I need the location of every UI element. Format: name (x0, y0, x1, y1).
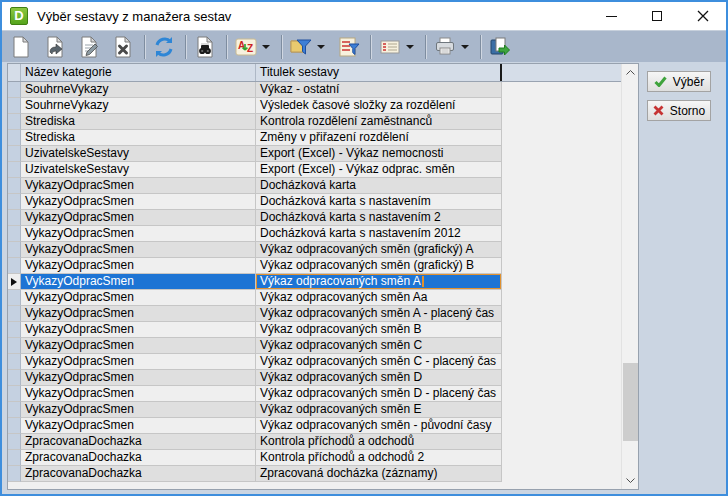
print-button[interactable] (432, 34, 458, 60)
columns-dropdown[interactable] (403, 34, 417, 60)
vertical-scrollbar[interactable] (621, 64, 638, 489)
title-cell[interactable]: Docházková karta s nastavením 2012 (256, 226, 502, 242)
category-cell[interactable]: VykazyOdpracSmen (21, 242, 256, 258)
table-row[interactable]: StrediskaZměny v přiřazení rozdělení (8, 130, 638, 146)
category-cell[interactable]: VykazyOdpracSmen (21, 370, 256, 386)
table-row[interactable]: StrediskaKontrola rozdělení zaměstnanců (8, 114, 638, 130)
category-cell[interactable]: VykazyOdpracSmen (21, 338, 256, 354)
table-row[interactable]: UzivatelskeSestavyExport (Excel) - Výkaz… (8, 162, 638, 178)
sort-az-dropdown[interactable] (259, 34, 273, 60)
delete-report-button[interactable] (110, 34, 136, 60)
title-cell[interactable]: Docházková karta s nastavením 2 (256, 210, 502, 226)
category-cell[interactable]: SouhrneVykazy (21, 98, 256, 114)
table-row[interactable]: ZpracovanaDochazkaKontrola příchodů a od… (8, 434, 638, 450)
title-cell[interactable]: Výkaz odpracovaných směn D (256, 370, 502, 386)
scroll-down-button[interactable] (622, 472, 638, 489)
table-row[interactable]: VykazyOdpracSmenDocházková karta s nasta… (8, 226, 638, 242)
edit-report-button[interactable] (76, 34, 102, 60)
category-cell[interactable]: VykazyOdpracSmen (21, 210, 256, 226)
category-cell[interactable]: UzivatelskeSestavy (21, 146, 256, 162)
title-cell[interactable]: Výkaz odpracovaných směn C (256, 338, 502, 354)
table-row[interactable]: ZpracovanaDochazkaKontrola příchodů a od… (8, 450, 638, 466)
filter-dropdown[interactable] (314, 34, 328, 60)
category-cell[interactable]: VykazyOdpracSmen (21, 274, 256, 290)
close-button[interactable] (680, 2, 726, 30)
table-row[interactable]: VykazyOdpracSmenVýkaz odpracovaných směn… (8, 274, 638, 290)
category-cell[interactable]: ZpracovanaDochazka (21, 466, 256, 482)
table-row[interactable]: VykazyOdpracSmenVýkaz odpracovaných směn… (8, 386, 638, 402)
title-cell[interactable]: Výkaz odpracovaných směn - původní časy (256, 418, 502, 434)
category-cell[interactable]: VykazyOdpracSmen (21, 258, 256, 274)
category-cell[interactable]: SouhrneVykazy (21, 82, 256, 98)
category-cell[interactable]: ZpracovanaDochazka (21, 450, 256, 466)
table-row[interactable]: ZpracovanaDochazkaZpracovaná docházka (z… (8, 466, 638, 482)
minimize-button[interactable] (588, 2, 634, 30)
table-row[interactable]: VykazyOdpracSmenDocházková karta s nasta… (8, 194, 638, 210)
title-cell[interactable]: Výkaz odpracovaných směn A (256, 274, 502, 290)
open-report-button[interactable] (42, 34, 68, 60)
title-cell[interactable]: Docházková karta (256, 178, 502, 194)
column-header-title[interactable]: Titulek sestavy (256, 64, 502, 81)
category-cell[interactable]: VykazyOdpracSmen (21, 290, 256, 306)
title-cell[interactable]: Výkaz odpracovaných směn (grafický) B (256, 258, 502, 274)
title-cell[interactable]: Výkaz odpracovaných směn E (256, 402, 502, 418)
table-row[interactable]: VykazyOdpracSmenDocházková karta (8, 178, 638, 194)
table-row[interactable]: VykazyOdpracSmenVýkaz odpracovaných směn… (8, 338, 638, 354)
title-cell[interactable]: Zpracovaná docházka (záznamy) (256, 466, 502, 482)
title-cell[interactable]: Výkaz odpracovaných směn B (256, 322, 502, 338)
sort-az-button[interactable]: A Z (233, 34, 259, 60)
print-dropdown[interactable] (458, 34, 472, 60)
title-cell[interactable]: Výkaz odpracovaných směn (grafický) A (256, 242, 502, 258)
title-cell[interactable]: Výkaz odpracovaných směn D - placený čas (256, 386, 502, 402)
scroll-thumb[interactable] (623, 363, 638, 441)
category-cell[interactable]: VykazyOdpracSmen (21, 386, 256, 402)
title-cell[interactable]: Kontrola rozdělení zaměstnanců (256, 114, 502, 130)
title-cell[interactable]: Výkaz odpracovaných směn Aa (256, 290, 502, 306)
title-cell[interactable]: Docházková karta s nastavením (256, 194, 502, 210)
table-row[interactable]: UzivatelskeSestavyExport (Excel) - Výkaz… (8, 146, 638, 162)
title-cell[interactable]: Výkaz - ostatní (256, 82, 502, 98)
title-cell[interactable]: Změny v přiřazení rozdělení (256, 130, 502, 146)
category-cell[interactable]: VykazyOdpracSmen (21, 178, 256, 194)
category-cell[interactable]: VykazyOdpracSmen (21, 194, 256, 210)
filter-button[interactable] (288, 34, 314, 60)
category-cell[interactable]: ZpracovanaDochazka (21, 434, 256, 450)
refresh-button[interactable] (151, 34, 177, 60)
title-cell[interactable]: Výkaz odpracovaných směn C - placený čas (256, 354, 502, 370)
table-row[interactable]: VykazyOdpracSmenVýkaz odpracovaných směn… (8, 306, 638, 322)
filter-builder-button[interactable] (336, 34, 362, 60)
category-cell[interactable]: VykazyOdpracSmen (21, 402, 256, 418)
table-row[interactable]: VykazyOdpracSmenVýkaz odpracovaných směn… (8, 290, 638, 306)
cancel-button[interactable]: Storno (647, 100, 711, 121)
table-row[interactable]: VykazyOdpracSmenVýkaz odpracovaných směn… (8, 402, 638, 418)
category-cell[interactable]: VykazyOdpracSmen (21, 418, 256, 434)
scroll-up-button[interactable] (622, 64, 638, 81)
table-row[interactable]: VykazyOdpracSmenDocházková karta s nasta… (8, 210, 638, 226)
maximize-button[interactable] (634, 2, 680, 30)
table-row[interactable]: VykazyOdpracSmenVýkaz odpracovaných směn… (8, 258, 638, 274)
title-cell[interactable]: Export (Excel) - Výkaz odprac. směn (256, 162, 502, 178)
table-row[interactable]: VykazyOdpracSmenVýkaz odpracovaných směn… (8, 322, 638, 338)
select-button[interactable]: Výběr (647, 71, 711, 92)
category-cell[interactable]: UzivatelskeSestavy (21, 162, 256, 178)
title-cell[interactable]: Export (Excel) - Výkaz nemocnosti (256, 146, 502, 162)
title-cell[interactable]: Kontrola příchodů a odchodů 2 (256, 450, 502, 466)
table-row[interactable]: SouhrneVykazyVýkaz - ostatní (8, 82, 638, 98)
table-row[interactable]: VykazyOdpracSmenVýkaz odpracovaných směn… (8, 370, 638, 386)
category-cell[interactable]: Strediska (21, 130, 256, 146)
table-row[interactable]: VykazyOdpracSmenVýkaz odpracovaných směn… (8, 418, 638, 434)
table-row[interactable]: VykazyOdpracSmenVýkaz odpracovaných směn… (8, 354, 638, 370)
table-row[interactable]: SouhrneVykazyVýsledek časové složky za r… (8, 98, 638, 114)
export-button[interactable] (487, 34, 513, 60)
title-cell[interactable]: Výkaz odpracovaných směn A - placený čas (256, 306, 502, 322)
column-header-category[interactable]: Název kategorie (21, 64, 256, 81)
category-cell[interactable]: VykazyOdpracSmen (21, 322, 256, 338)
title-cell[interactable]: Výsledek časové složky za rozdělení (256, 98, 502, 114)
title-cell[interactable]: Kontrola příchodů a odchodů (256, 434, 502, 450)
category-cell[interactable]: VykazyOdpracSmen (21, 306, 256, 322)
table-row[interactable]: VykazyOdpracSmenVýkaz odpracovaných směn… (8, 242, 638, 258)
columns-button[interactable] (377, 34, 403, 60)
category-cell[interactable]: Strediska (21, 114, 256, 130)
find-button[interactable] (192, 34, 218, 60)
category-cell[interactable]: VykazyOdpracSmen (21, 354, 256, 370)
